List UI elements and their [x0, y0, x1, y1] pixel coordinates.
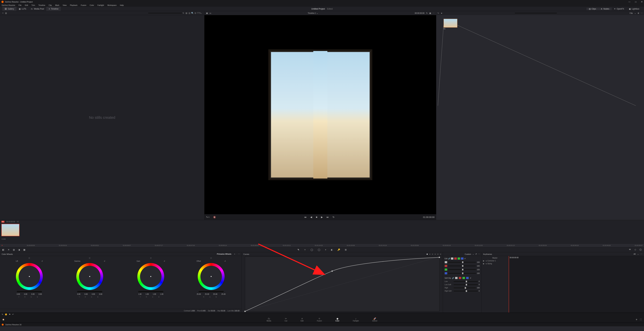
menu-color[interactable]: Color — [90, 4, 94, 6]
page-deliver[interactable]: 🚀Deliver — [372, 317, 377, 322]
reset-icon[interactable]: ↺ — [475, 253, 477, 255]
color-wheel[interactable] — [137, 263, 164, 290]
wand-icon[interactable]: ✧ — [208, 216, 210, 218]
node-slider[interactable] — [515, 13, 557, 14]
viewer-fit-icon[interactable]: ▭ — [210, 12, 211, 14]
swatch-g[interactable] — [458, 257, 460, 260]
menu-help[interactable]: Help — [120, 4, 124, 6]
key-icon[interactable]: 🔑 — [338, 248, 340, 251]
sc-b[interactable] — [466, 277, 469, 279]
gallery-list-icon[interactable]: ≡ — [1, 12, 4, 14]
toolbar-openfx[interactable]: ✦OpenFX — [612, 8, 626, 10]
node-dots-icon[interactable]: ⋯ — [641, 12, 643, 14]
motion-icon[interactable]: ▦ — [23, 248, 25, 251]
kf-diamond-icon[interactable]: ◆ — [483, 260, 484, 262]
viewer-grid-icon[interactable]: ▦ — [206, 12, 208, 14]
clip-thumbnail[interactable] — [1, 224, 20, 236]
grid2-icon[interactable]: ▥ — [188, 12, 191, 14]
curve-mode-dot[interactable] — [440, 254, 441, 255]
jump-end-icon[interactable]: ⏭ — [326, 216, 329, 218]
swatch-y[interactable] — [451, 257, 454, 260]
flag-icon[interactable]: ⚑ — [9, 314, 10, 316]
footer-contrast[interactable]: Contrast 1.000 — [184, 310, 195, 312]
wheel-picker-icon[interactable]: ⦾ — [28, 257, 30, 259]
toolbar-lightbox[interactable]: ▣Lightbox — [626, 8, 642, 10]
sort-icon[interactable]: ⇅ — [182, 12, 185, 14]
chevron-down-icon[interactable]: ⌄ — [634, 12, 636, 14]
color-match-icon[interactable]: ✕ — [8, 248, 10, 251]
qualifier-icon[interactable]: ✎ — [206, 216, 208, 218]
kf-diamond-icon[interactable]: ◆ — [483, 263, 484, 264]
reset-icon[interactable]: ↺ — [42, 260, 43, 262]
qualifier-palette-icon[interactable]: ◯ — [310, 248, 313, 251]
viewer-refresh-icon[interactable]: ↻ — [426, 12, 428, 14]
menu-clip[interactable]: Clip — [49, 4, 52, 6]
toolbar-clips[interactable]: ▤Clips — [586, 8, 598, 10]
menu-workspace[interactable]: Workspace — [107, 4, 116, 6]
rgb-mixer-icon[interactable]: ◑ — [18, 248, 20, 251]
page-media[interactable]: 🗀Media — [267, 317, 271, 322]
menu-trim[interactable]: Trim — [31, 4, 35, 6]
page-color[interactable]: ◉Color — [336, 317, 340, 322]
dot-y[interactable] — [444, 261, 447, 264]
menu-view[interactable]: View — [62, 4, 66, 6]
master-slider[interactable] — [77, 291, 102, 292]
footer-pivot[interactable]: Pivot 0.435 — [197, 310, 206, 312]
curve-mode-dot[interactable] — [427, 254, 428, 255]
kf-round-icon[interactable]: ○ — [485, 260, 486, 262]
sc-g[interactable] — [462, 277, 465, 279]
undo-icon[interactable]: ↶ — [12, 314, 14, 316]
loop-icon[interactable]: ↻ — [332, 216, 334, 218]
expand-icon[interactable]: ⛶ — [640, 318, 642, 320]
size-icon[interactable]: ⊞ — [345, 248, 347, 251]
page-fairlight[interactable]: ♪Fairlight — [353, 317, 359, 322]
master-slider[interactable] — [198, 291, 224, 292]
viewer-settings-icon[interactable]: ▦ — [429, 12, 431, 14]
footer-sat[interactable]: Sat 50.00 — [208, 310, 215, 312]
chevron-down-icon[interactable]: ⌄ — [472, 253, 474, 255]
warper-icon[interactable]: ✧ — [304, 248, 306, 251]
dot-r[interactable] — [444, 265, 447, 267]
window-icon[interactable]: ◯ — [318, 248, 320, 251]
kf-corrector[interactable]: Corrector 1 — [487, 260, 496, 262]
scopes-icon[interactable]: 👁 — [629, 248, 631, 251]
footer-hue[interactable]: Hue 50.00 — [218, 310, 225, 312]
minimize-icon[interactable]: — — [628, 1, 630, 3]
wheel-picker-icon[interactable]: ⦾ — [210, 257, 212, 259]
wand-icon[interactable]: ✎ — [2, 314, 3, 316]
chevron-down-icon[interactable]: ⌄ — [317, 12, 318, 14]
wheel-picker-icon[interactable]: ⦾ — [89, 257, 90, 259]
curve-custom-label[interactable]: Custom — [465, 253, 471, 255]
kf-playhead[interactable] — [509, 256, 509, 312]
intensity-g-slider[interactable] — [448, 269, 476, 270]
toolbar-gallery[interactable]: 🖼Gallery — [2, 7, 16, 11]
maximize-icon[interactable]: ▭ — [635, 1, 636, 3]
menu-mark[interactable]: Mark — [55, 4, 59, 6]
toolbar-timeline[interactable]: ≡Timeline — [46, 7, 61, 11]
menu-fairlight[interactable]: Fairlight — [98, 4, 104, 6]
menu-timeline[interactable]: Timeline — [38, 4, 45, 6]
kf-all[interactable]: All — [634, 253, 636, 255]
project-settings-icon[interactable]: ⚙ — [636, 318, 637, 320]
grid3-icon[interactable]: ⊞ — [194, 12, 197, 14]
node-add-icon[interactable]: ⊕ — [638, 12, 639, 14]
swatch-b[interactable] — [461, 257, 464, 260]
dot-g[interactable] — [444, 268, 447, 271]
node-thumbnail[interactable] — [444, 19, 457, 28]
wheels-icon[interactable]: ◎ — [13, 248, 15, 251]
reset-icon[interactable]: ↺ — [104, 260, 105, 262]
nodes-clip-label[interactable]: Clip — [630, 12, 633, 14]
curve-mode-dot[interactable] — [438, 254, 438, 255]
viewer-dots-icon[interactable]: ⋯ — [433, 12, 434, 14]
tab-primaries[interactable]: Primaries Wheels — [217, 253, 231, 255]
link-icon[interactable]: 🔗 — [448, 258, 450, 260]
chevron-down-icon[interactable]: ⌄ — [200, 12, 203, 14]
master-slider[interactable] — [138, 291, 163, 292]
search-icon[interactable]: 🔍 — [191, 12, 194, 14]
step-back-icon[interactable]: ◀ — [310, 216, 312, 218]
reset-icon[interactable]: ↺ — [464, 258, 466, 260]
kf-master[interactable]: Master — [492, 257, 498, 259]
dot-b[interactable] — [444, 272, 447, 274]
mute-icon[interactable]: 🔇 — [213, 216, 216, 218]
toolbar-media[interactable]: 🗀Media Pool — [28, 7, 46, 11]
